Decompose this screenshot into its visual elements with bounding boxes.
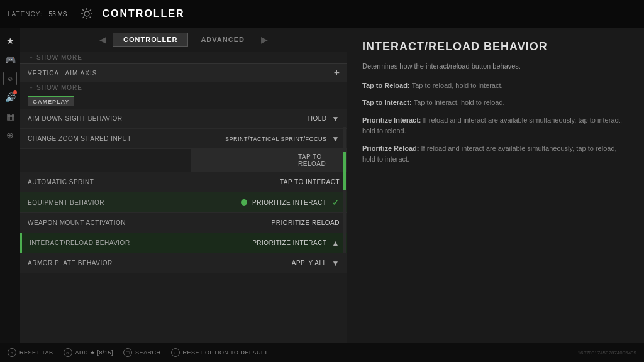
chevron-down-icon: ▼ [332, 114, 340, 123]
equipment-behavior-value[interactable]: PRIORITIZE INTERACT ✓ [233, 192, 347, 212]
aim-down-sight-value[interactable]: HOLD ▼ [234, 109, 347, 128]
latency-value: 53 MS [49, 11, 67, 18]
automatic-sprint-row[interactable]: AUTOMATIC SPRINT TAP TO INTERACT [20, 172, 347, 192]
option-label-0: Tap to Reload: [362, 82, 412, 89]
right-panel: INTERACT/RELOAD BEHAVIOR Determines how … [347, 28, 644, 343]
armor-plate-label: ARMOR PLATE BEHAVIOR [20, 255, 234, 272]
weapon-mount-row[interactable]: WEAPON MOUNT ACTIVATION PRIORITIZE RELOA… [20, 213, 347, 233]
left-sidebar: ★ 🎮 ⊘ 🔊 ▦ ⊕ [0, 28, 20, 343]
equipment-behavior-row[interactable]: EQUIPMENT BEHAVIOR PRIORITIZE INTERACT ✓ [20, 192, 347, 213]
reset-option-icon: ← [171, 348, 180, 357]
vertical-aim-axis-label: VERTICAL AIM AXIS [28, 70, 97, 77]
add-action[interactable]: ○ ADD ★ [8/15] [64, 348, 114, 357]
chevron-up-icon: ▲ [332, 239, 340, 248]
sidebar-icon-star[interactable]: ★ [3, 34, 17, 48]
check-icon: ✓ [332, 197, 340, 207]
tab-advanced-btn[interactable]: ADVANCED [191, 33, 255, 46]
main-content: ◀ CONTROLLER ADVANCED ▶ SHOW MORE VERTIC… [20, 28, 644, 343]
vertical-aim-axis-row[interactable]: VERTICAL AIM AXIS + [20, 63, 347, 82]
right-panel-description: Determines how the interact/reload butto… [362, 61, 629, 72]
tab-controller-btn[interactable]: CONTROLLER [113, 33, 188, 47]
change-zoom-value[interactable]: SPRINT/TACTICAL SPRINT/FOCUS ▼ [218, 129, 347, 148]
scroll-indicator [343, 127, 346, 253]
chevron-down-icon-2: ▼ [332, 134, 340, 143]
option-desc-2: Prioritize Interact: If reload and inter… [362, 115, 629, 137]
aim-down-sight-label: AIM DOWN SIGHT BEHAVIOR [20, 110, 234, 127]
interact-reload-label: INTERACT/RELOAD BEHAVIOR [22, 234, 234, 251]
reset-tab-label: RESET TAB [19, 349, 53, 356]
option-text-0: Tap to reload, hold to interact. [412, 82, 503, 89]
selected-dot-icon [241, 199, 247, 206]
gameplay-tag: GAMEPLAY [28, 96, 74, 106]
option-label-1: Tap to Interact: [362, 99, 414, 106]
dropdown-container: TAP TO RELOAD [191, 149, 347, 172]
option-desc-0: Tap to Reload: Tap to reload, hold to in… [362, 80, 629, 92]
add-button[interactable]: + [334, 67, 340, 79]
armor-plate-row[interactable]: ARMOR PLATE BEHAVIOR APPLY ALL ▼ [20, 253, 347, 273]
scroll-thumb [343, 152, 346, 190]
page-title: CONTROLLER [103, 8, 185, 19]
settings-list[interactable]: SHOW MORE VERTICAL AIM AXIS + SHOW MORE … [20, 52, 347, 343]
reset-option-label: RESET OPTION TO DEFAULT [183, 349, 268, 356]
option-tap-to-reload[interactable]: TAP TO RELOAD [191, 149, 347, 172]
tab-bar: ◀ CONTROLLER ADVANCED ▶ [20, 28, 347, 52]
show-more-1[interactable]: SHOW MORE [20, 52, 347, 63]
option-label-2: Prioritize Interact: [362, 116, 423, 124]
search-label: SEARCH [135, 349, 161, 356]
sidebar-icon-audio[interactable]: 🔊 [3, 90, 17, 104]
option-label-3: Prioritize Reload: [362, 145, 421, 152]
right-panel-title: INTERACT/RELOAD BEHAVIOR [362, 40, 629, 53]
sidebar-icon-plus[interactable]: ⊕ [3, 128, 17, 142]
bottom-bar: ○ RESET TAB ○ ADD ★ [8/15] □ SEARCH ← RE… [0, 343, 644, 362]
change-zoom-label: CHANGE ZOOM SHARED INPUT [20, 130, 218, 147]
sidebar-icon-aim[interactable]: ⊘ [3, 72, 17, 85]
chevron-down-icon-3: ▼ [332, 259, 340, 268]
latency-label: LATENCY: [8, 11, 43, 18]
reset-tab-icon: ○ [8, 348, 16, 357]
search-action[interactable]: □ SEARCH [123, 348, 161, 357]
tab-left-arrow[interactable]: ◀ [96, 33, 110, 46]
search-icon: □ [123, 348, 132, 357]
weapon-mount-label: WEAPON MOUNT ACTIVATION [20, 214, 234, 231]
partial-row: TAP TO RELOAD [20, 149, 347, 172]
gear-icon [80, 7, 94, 21]
option-text-1: Tap to interact, hold to reload. [414, 99, 505, 106]
equipment-behavior-label: EQUIPMENT BEHAVIOR [20, 194, 233, 211]
interact-reload-row[interactable]: INTERACT/RELOAD BEHAVIOR PRIORITIZE INTE… [20, 233, 347, 253]
add-icon: ○ [64, 348, 72, 357]
automatic-sprint-value[interactable]: TAP TO INTERACT [234, 173, 347, 190]
partial-label [20, 155, 191, 165]
sidebar-icon-grid[interactable]: ▦ [3, 109, 17, 123]
show-more-2[interactable]: SHOW MORE [20, 82, 347, 94]
tab-right-arrow[interactable]: ▶ [257, 33, 272, 46]
add-label: ADD ★ [8/15] [75, 349, 114, 356]
reset-option-action[interactable]: ← RESET OPTION TO DEFAULT [171, 348, 268, 357]
reset-tab-action[interactable]: ○ RESET TAB [8, 348, 53, 357]
option-desc-3: Prioritize Reload: If reload and interac… [362, 143, 629, 165]
option-desc-1: Tap to Interact: Tap to interact, hold t… [362, 97, 629, 109]
aim-down-sight-row[interactable]: AIM DOWN SIGHT BEHAVIOR HOLD ▼ [20, 109, 347, 129]
svg-point-0 [84, 11, 89, 16]
armor-plate-value[interactable]: APPLY ALL ▼ [234, 254, 347, 273]
weapon-mount-value[interactable]: PRIORITIZE RELOAD [234, 214, 347, 231]
automatic-sprint-label: AUTOMATIC SPRINT [20, 173, 234, 190]
left-panel: ◀ CONTROLLER ADVANCED ▶ SHOW MORE VERTIC… [20, 28, 347, 343]
sidebar-icon-controller[interactable]: 🎮 [3, 53, 17, 67]
interact-reload-value[interactable]: PRIORITIZE INTERACT ▲ [234, 234, 347, 253]
top-bar: LATENCY: 53 MS CONTROLLER [0, 0, 644, 28]
build-id: 163703174502874095439 [578, 350, 636, 356]
change-zoom-row[interactable]: CHANGE ZOOM SHARED INPUT SPRINT/TACTICAL… [20, 129, 347, 149]
